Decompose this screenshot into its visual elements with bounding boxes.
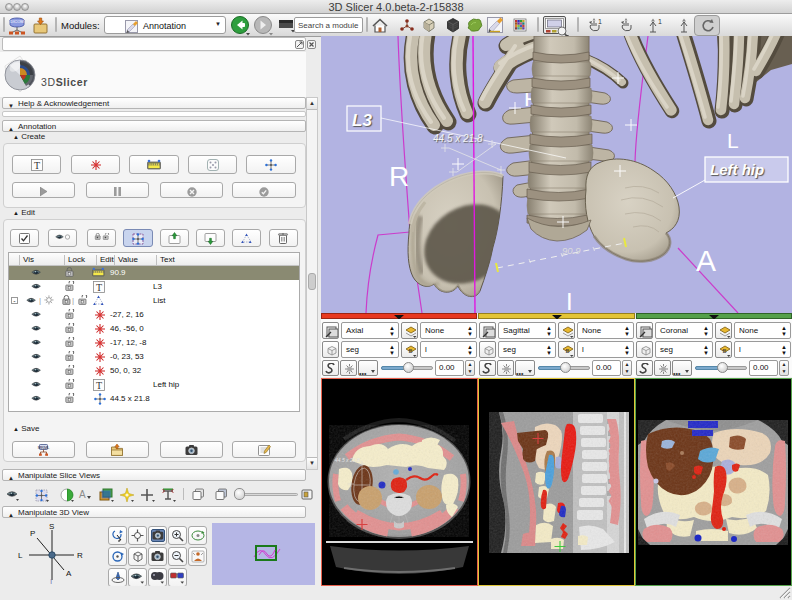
svg-text:A: A: [66, 569, 72, 578]
svg-text:DICOM: DICOM: [10, 19, 23, 24]
svg-text:B: B: [565, 348, 569, 354]
svg-text:90.9: 90.9: [562, 245, 581, 256]
svg-text:S: S: [49, 522, 54, 531]
svg-text:I: I: [566, 288, 573, 313]
svg-text:1: 1: [658, 18, 662, 25]
svg-text:Left hip: Left hip: [710, 161, 764, 178]
svg-text:L3: L3: [352, 111, 372, 130]
svg-text:1: 1: [598, 18, 602, 25]
svg-text:L: L: [727, 129, 739, 152]
svg-text:P: P: [30, 529, 35, 538]
svg-text:L: L: [18, 551, 23, 560]
svg-text:I: I: [50, 577, 52, 586]
svg-text:B: B: [722, 348, 726, 354]
svg-text:44.5 x 21.8: 44.5 x 21.8: [433, 133, 483, 144]
svg-text:R: R: [389, 161, 409, 192]
svg-text:B: B: [408, 348, 412, 354]
svg-text:R: R: [77, 551, 83, 560]
svg-text:A: A: [696, 244, 716, 277]
